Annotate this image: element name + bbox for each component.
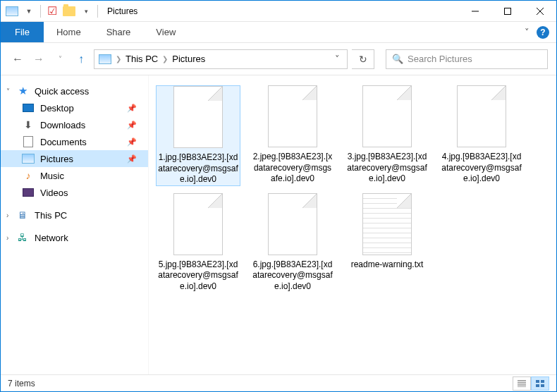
file-icon (173, 193, 223, 255)
app-icon[interactable] (4, 4, 20, 19)
network-icon: 🖧 (16, 231, 29, 244)
file-name: 6.jpg.[9B83AE23].[xdatarecovery@msgsafe.… (250, 259, 335, 293)
separator (40, 5, 41, 18)
sidebar-quick-access[interactable]: ˅ ★ Quick access (1, 82, 148, 99)
sidebar-item-label: Videos (40, 188, 68, 198)
up-button[interactable]: ↑ (73, 51, 90, 68)
downloads-icon: ⬇ (22, 118, 35, 131)
svg-rect-10 (536, 384, 539, 387)
search-input[interactable]: 🔍 Search Pictures (386, 49, 548, 69)
videos-icon (22, 186, 35, 199)
sidebar-this-pc[interactable]: › 🖥 This PC (1, 207, 148, 223)
item-count: 7 items (8, 379, 35, 388)
sidebar-item-videos[interactable]: Videos (1, 184, 148, 201)
sidebar-item-documents[interactable]: Documents 📌 (1, 133, 148, 150)
file-list[interactable]: 1.jpg.[9B83AE23].[xdatarecovery@msgsafe.… (149, 75, 556, 374)
navigation-pane[interactable]: ˅ ★ Quick access Desktop 📌 ⬇ Downloads 📌… (1, 75, 149, 374)
status-bar: 7 items (1, 374, 556, 391)
address-bar: ← → ˅ ↑ ❯ This PC ❯ Pictures ˅ ↻ 🔍 Searc… (1, 43, 556, 75)
chevron-right-icon[interactable]: ❯ (162, 55, 168, 63)
file-name: 5.jpg.[9B83AE23].[xdatarecovery@msgsafe.… (156, 259, 240, 293)
tab-share[interactable]: Share (94, 22, 144, 42)
sidebar-item-label: Music (40, 171, 64, 181)
file-item[interactable]: 5.jpg.[9B83AE23].[xdatarecovery@msgsafe.… (156, 193, 240, 293)
svg-rect-1 (505, 8, 511, 14)
sidebar-item-label: Network (35, 233, 68, 243)
qat-dropdown-icon[interactable]: ▼ (21, 4, 37, 19)
sidebar-item-desktop[interactable]: Desktop 📌 (1, 99, 148, 116)
file-item[interactable]: 4.jpg.[9B83AE23].[xdatarecovery@msgsafe.… (439, 85, 524, 186)
refresh-button[interactable]: ↻ (352, 49, 374, 69)
sidebar-item-label: Desktop (40, 103, 74, 114)
qat-more-icon[interactable]: ▾ (78, 4, 94, 19)
minimize-icon (472, 8, 479, 15)
help-icon[interactable]: ? (537, 26, 549, 39)
minimize-button[interactable] (459, 1, 491, 22)
chevron-right-icon[interactable]: › (6, 234, 8, 242)
sidebar-item-downloads[interactable]: ⬇ Downloads 📌 (1, 116, 148, 133)
tab-home[interactable]: Home (44, 22, 94, 42)
search-placeholder: Search Pictures (408, 54, 472, 64)
breadcrumb[interactable]: ❯ This PC ❯ Pictures ˅ (94, 49, 348, 69)
file-icon (268, 85, 317, 147)
close-icon (537, 8, 544, 15)
tab-view[interactable]: View (143, 22, 188, 42)
breadcrumb-segment[interactable]: This PC (126, 54, 158, 64)
chevron-right-icon[interactable]: ❯ (116, 55, 121, 63)
close-button[interactable] (524, 1, 556, 22)
file-item[interactable]: 3.jpg.[9B83AE23].[xdatarecovery@msgsafe.… (345, 85, 429, 186)
sidebar-item-music[interactable]: ♪ Music (1, 167, 148, 184)
sidebar-item-label: Quick access (35, 86, 89, 97)
separator (97, 5, 98, 18)
ribbon: File Home Share View ˅ ? (1, 22, 556, 43)
thumbnails-view-button[interactable] (531, 376, 549, 391)
main-area: ˅ ★ Quick access Desktop 📌 ⬇ Downloads 📌… (1, 75, 556, 374)
maximize-icon (504, 8, 511, 15)
location-icon (99, 54, 111, 64)
chevron-down-icon[interactable]: ˅ (6, 87, 10, 95)
properties-icon[interactable]: ☑ (44, 4, 60, 19)
pin-icon: 📌 (127, 104, 141, 113)
documents-icon (22, 135, 35, 148)
breadcrumb-segment[interactable]: Pictures (172, 54, 205, 64)
window-controls (459, 1, 556, 22)
back-button[interactable]: ← (9, 51, 26, 68)
forward-button[interactable]: → (30, 51, 47, 68)
file-name: 2.jpeg.[9B83AE23].[xdatarecovery@msgsafe… (250, 152, 335, 185)
desktop-icon (22, 102, 35, 114)
file-name: readme-warning.txt (350, 259, 425, 271)
pin-icon: 📌 (127, 121, 141, 130)
file-icon (362, 85, 412, 147)
sidebar-network[interactable]: › 🖧 Network (1, 229, 148, 246)
file-icon (457, 85, 506, 147)
quick-access-toolbar: ▼ ☑ ▾ Pictures (1, 4, 137, 19)
sidebar-item-label: Pictures (40, 154, 73, 164)
chevron-right-icon[interactable]: › (6, 212, 8, 219)
text-file-icon (362, 193, 412, 255)
file-item[interactable]: readme-warning.txt (345, 193, 429, 293)
file-icon (173, 86, 223, 148)
new-folder-icon[interactable] (61, 4, 77, 19)
sidebar-item-label: Downloads (40, 120, 85, 130)
svg-rect-11 (541, 384, 544, 387)
svg-rect-9 (541, 380, 544, 383)
file-item[interactable]: 1.jpg.[9B83AE23].[xdatarecovery@msgsafe.… (156, 85, 240, 186)
title-bar: ▼ ☑ ▾ Pictures (1, 1, 556, 22)
breadcrumb-dropdown-icon[interactable]: ˅ (332, 54, 343, 64)
sidebar-item-label: This PC (35, 210, 67, 221)
pictures-icon (22, 152, 35, 165)
sidebar-item-label: Documents (40, 137, 87, 147)
star-icon: ★ (16, 85, 29, 97)
details-view-button[interactable] (513, 376, 531, 391)
pin-icon: 📌 (127, 137, 141, 147)
expand-ribbon-icon[interactable]: ˅ (525, 27, 530, 37)
sidebar-item-pictures[interactable]: Pictures 📌 (1, 150, 148, 167)
file-item[interactable]: 2.jpeg.[9B83AE23].[xdatarecovery@msgsafe… (250, 85, 335, 186)
recent-dropdown-icon[interactable]: ˅ (51, 51, 68, 68)
file-tab[interactable]: File (1, 22, 44, 42)
maximize-button[interactable] (491, 1, 524, 22)
file-icon (268, 193, 317, 255)
file-item[interactable]: 6.jpg.[9B83AE23].[xdatarecovery@msgsafe.… (250, 193, 335, 293)
thumbnails-icon (536, 380, 544, 387)
svg-rect-8 (536, 380, 539, 383)
